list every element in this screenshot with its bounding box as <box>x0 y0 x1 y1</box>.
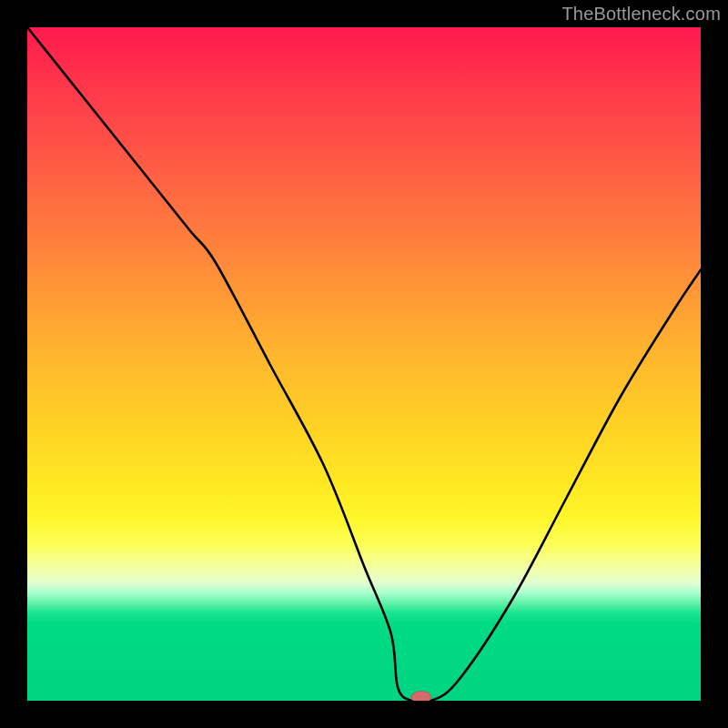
bottleneck-curve <box>27 27 701 701</box>
chart-frame: TheBottleneck.com <box>0 0 728 728</box>
plot-svg <box>27 27 701 701</box>
optimal-point-marker <box>411 692 431 702</box>
plot-area <box>27 27 701 701</box>
watermark-text: TheBottleneck.com <box>561 4 721 25</box>
